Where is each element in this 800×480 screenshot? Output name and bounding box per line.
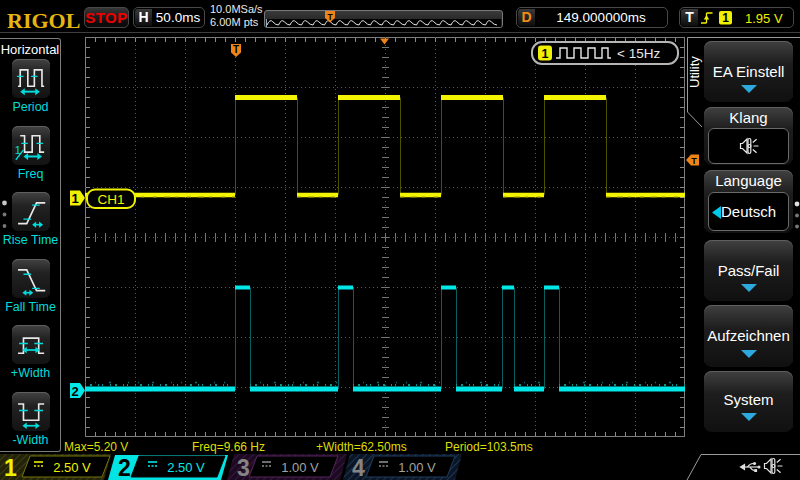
svg-text:2.50 V: 2.50 V — [53, 460, 91, 475]
svg-text:CH1: CH1 — [97, 192, 124, 207]
svg-text:4: 4 — [352, 455, 365, 480]
svg-text:1: 1 — [71, 191, 78, 206]
svg-text:2: 2 — [71, 384, 78, 399]
svg-text:1.00 V: 1.00 V — [281, 460, 319, 475]
svg-text:1: 1 — [542, 47, 549, 61]
svg-text:3: 3 — [237, 455, 250, 480]
svg-text:1.00 V: 1.00 V — [398, 460, 436, 475]
svg-text:< 15Hz: < 15Hz — [617, 46, 660, 61]
svg-text:2.50 V: 2.50 V — [167, 460, 205, 475]
svg-text:T: T — [691, 156, 697, 166]
svg-text:T: T — [233, 44, 239, 55]
svg-text:1: 1 — [4, 455, 17, 480]
svg-text:2: 2 — [118, 455, 131, 480]
